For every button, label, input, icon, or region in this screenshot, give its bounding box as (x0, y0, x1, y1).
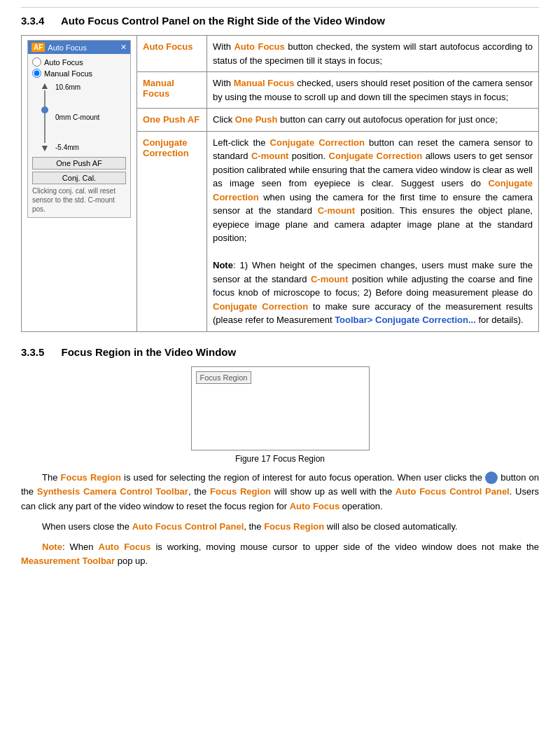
radio-autofocus[interactable] (32, 57, 41, 67)
af-radio-manualfocus[interactable]: Manual Focus (32, 69, 126, 78)
inline-focusregion2: Focus Region (210, 486, 271, 497)
slider-label-top: 10.6mm (55, 83, 99, 91)
inline-conjcorr4: Conjugate Correction (213, 301, 308, 312)
inline-onepush: One Push (235, 114, 278, 125)
inline-measurement-toolbar: Measurement Toolbar (21, 556, 115, 566)
slider-arrow-up[interactable]: ▲ (40, 81, 50, 90)
label-conjugate: ConjugateCorrection (137, 131, 207, 331)
body-paragraph-3: Note: When Auto Focus is working, moving… (21, 540, 539, 570)
radio-autofocus-label: Auto Focus (44, 58, 83, 67)
slider-arrow-down[interactable]: ▼ (40, 143, 50, 153)
body-paragraph-1: The Focus Region is used for selecting t… (21, 471, 539, 514)
label-onepushaf: One Push AF (137, 109, 207, 132)
section-334-title: 3.3.4 Auto Focus Control Panel on the Ri… (21, 15, 539, 27)
desc-onepushaf: Click One Push button can carry out auto… (207, 109, 539, 132)
close-icon[interactable]: ✕ (120, 43, 127, 52)
figure-caption: Figure 17 Focus Region (235, 454, 325, 464)
af-panel-cell: AF Auto Focus ✕ Auto Focus Manual Focus (22, 36, 137, 332)
desc-autofocus: With Auto Focus button checked, the syst… (207, 36, 539, 72)
label-autofocus: Auto Focus (137, 36, 207, 72)
inline-conjcorr2: Conjugate Correction (329, 151, 423, 161)
inline-autofocus2: Auto Focus (290, 501, 340, 511)
inline-synthesis-toolbar: Synthesis Camera Control Toolbar (37, 486, 188, 497)
radio-manualfocus[interactable] (32, 69, 41, 78)
af-icon-button[interactable]: AF (485, 471, 498, 484)
inline-autofocus: Auto Focus (234, 41, 284, 52)
inline-manualfocus: Manual Focus (234, 78, 295, 88)
af-radio-autofocus[interactable]: Auto Focus (32, 57, 126, 67)
table-row-autofocus: AF Auto Focus ✕ Auto Focus Manual Focus (22, 36, 539, 72)
af-panel-header: AF Auto Focus ✕ (28, 41, 130, 54)
one-push-af-button[interactable]: One Push AF (32, 157, 126, 170)
conj-cal-button[interactable]: Conj. Cal. (32, 172, 126, 184)
section-335-title: 3.3.5 Focus Region in the Video Window (21, 346, 539, 358)
slider-thumb[interactable] (41, 106, 48, 113)
desc-manualfocus: With Manual Focus checked, users should … (207, 72, 539, 109)
af-panel-title: Auto Focus (48, 43, 87, 52)
main-table: AF Auto Focus ✕ Auto Focus Manual Focus (21, 35, 539, 332)
note-label1: Note (213, 260, 233, 270)
inline-conjcorr1: Conjugate Correction (270, 137, 365, 148)
slider-label-cmount: 0mm C-mount (55, 113, 99, 121)
focus-region-box: Focus Region (191, 366, 370, 450)
inline-af-panel1: Auto Focus Control Panel (396, 486, 510, 497)
inline-focusregion3: Focus Region (264, 521, 324, 532)
inline-af-panel2: Auto Focus Control Panel (132, 521, 244, 532)
note-label2: Note (42, 542, 62, 552)
inline-cmount1: C-mount (251, 151, 288, 161)
slider-label-minus: -5.4mm (55, 144, 99, 151)
af-panel: AF Auto Focus ✕ Auto Focus Manual Focus (27, 40, 131, 218)
focus-region-figure: Focus Region Figure 17 Focus Region (189, 366, 371, 464)
inline-conjcorr3: Conjugate Correction (213, 178, 533, 202)
af-panel-body: Auto Focus Manual Focus ▲ ▼ (28, 54, 130, 217)
af-note: Clicking conj. cal. will reset sensor to… (32, 186, 126, 214)
desc-conjugate: Left-click the Conjugate Correction butt… (207, 131, 539, 331)
inline-cmount2: C-mount (318, 205, 355, 216)
inline-cmount3: C-mount (311, 274, 348, 284)
inline-toolbar-link[interactable]: Toolbar> Conjugate Correction... (335, 315, 476, 325)
label-manualfocus: Manual Focus (137, 72, 207, 109)
inline-autofocus3: Auto Focus (99, 542, 151, 552)
body-paragraph-2: When users close the Auto Focus Control … (21, 520, 539, 535)
inline-focusregion1: Focus Region (61, 472, 121, 483)
slider-track (44, 90, 46, 143)
af-badge: AF (31, 43, 45, 52)
radio-manualfocus-label: Manual Focus (44, 69, 92, 78)
focus-region-inner-label: Focus Region (196, 371, 252, 384)
